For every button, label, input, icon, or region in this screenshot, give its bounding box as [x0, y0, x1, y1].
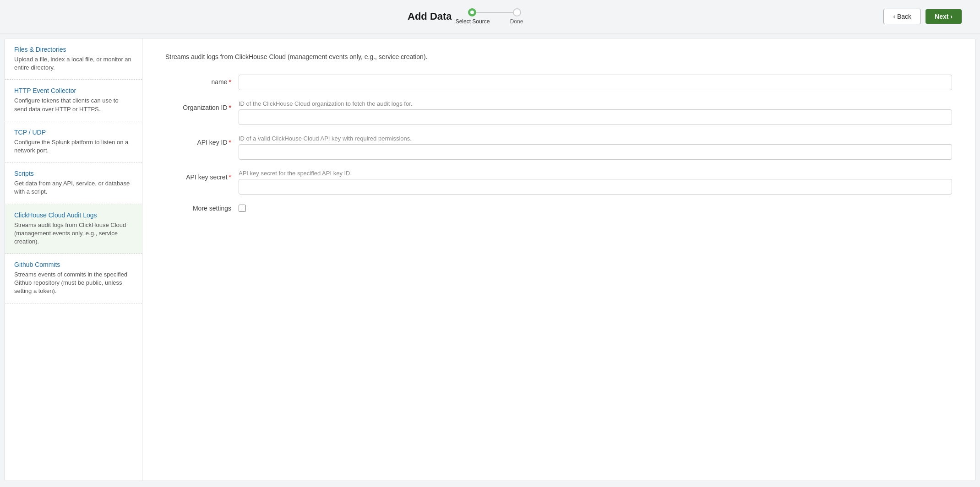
field-api-key-id: ID of a valid ClickHouse Cloud API key w…	[239, 135, 952, 160]
main-content: Files & Directories Upload a file, index…	[5, 38, 975, 481]
next-button[interactable]: Next ›	[926, 9, 962, 24]
input-name[interactable]	[239, 75, 952, 90]
source-desc-http-event-collector: Configure tokens that clients can use to…	[14, 97, 133, 113]
field-organization-id: ID of the ClickHouse Cloud organization …	[239, 100, 952, 125]
source-title-clickhouse-cloud-audit-logs: ClickHouse Cloud Audit Logs	[14, 211, 133, 219]
form-row-api-key-id: API key ID* ID of a valid ClickHouse Clo…	[165, 135, 952, 160]
step-label-done: Done	[495, 18, 539, 25]
source-item-files-directories[interactable]: Files & Directories Upload a file, index…	[5, 38, 142, 80]
step-circle-done	[513, 8, 521, 16]
input-organization-id[interactable]	[239, 109, 952, 125]
wizard-steps	[468, 8, 521, 16]
field-name	[239, 75, 952, 90]
step-circle-select-source	[468, 8, 476, 16]
source-title-files-directories: Files & Directories	[14, 46, 133, 53]
source-desc-github-commits: Streams events of commits in the specifi…	[14, 271, 133, 296]
label-more-settings: More settings	[165, 205, 239, 212]
source-item-http-event-collector[interactable]: HTTP Event Collector Configure tokens th…	[5, 80, 142, 121]
back-button[interactable]: ‹ Back	[883, 9, 921, 24]
source-list: Files & Directories Upload a file, index…	[5, 38, 142, 481]
hint-organization-id: ID of the ClickHouse Cloud organization …	[239, 100, 952, 107]
page-title: Add Data	[408, 11, 452, 22]
source-item-scripts[interactable]: Scripts Get data from any API, service, …	[5, 162, 142, 204]
label-organization-id: Organization ID*	[165, 100, 239, 111]
label-name: name*	[165, 75, 239, 86]
hint-api-key-secret: API key secret for the specified API key…	[239, 170, 952, 177]
source-title-scripts: Scripts	[14, 170, 133, 177]
right-panel: Streams audit logs from ClickHouse Cloud…	[142, 38, 975, 481]
page-header: Add Data Select Source Done ‹ Back Next …	[0, 0, 980, 33]
source-desc-tcp-udp: Configure the Splunk platform to listen …	[14, 138, 133, 155]
source-desc-scripts: Get data from any API, service, or datab…	[14, 179, 133, 196]
hint-api-key-id: ID of a valid ClickHouse Cloud API key w…	[239, 135, 952, 142]
source-item-github-commits[interactable]: Github Commits Streams events of commits…	[5, 254, 142, 303]
source-desc-clickhouse-cloud-audit-logs: Streams audit logs from ClickHouse Cloud…	[14, 221, 133, 246]
step-label-select-source: Select Source	[451, 18, 495, 25]
form-row-api-key-secret: API key secret* API key secret for the s…	[165, 170, 952, 195]
wizard-labels: Select Source Done	[451, 18, 539, 25]
form-row-organization-id: Organization ID* ID of the ClickHouse Cl…	[165, 100, 952, 125]
label-api-key-secret: API key secret*	[165, 170, 239, 181]
source-desc-files-directories: Upload a file, index a local file, or mo…	[14, 55, 133, 72]
checkbox-more-settings[interactable]	[239, 205, 246, 212]
input-api-key-secret[interactable]	[239, 179, 952, 195]
field-api-key-secret: API key secret for the specified API key…	[239, 170, 952, 195]
label-api-key-id: API key ID*	[165, 135, 239, 146]
source-title-github-commits: Github Commits	[14, 261, 133, 268]
step-line	[476, 12, 513, 13]
form-row-more-settings: More settings	[165, 205, 952, 212]
source-item-tcp-udp[interactable]: TCP / UDP Configure the Splunk platform …	[5, 121, 142, 162]
source-description: Streams audit logs from ClickHouse Cloud…	[165, 52, 952, 62]
source-title-http-event-collector: HTTP Event Collector	[14, 87, 133, 94]
nav-buttons: ‹ Back Next ›	[883, 9, 962, 24]
source-title-tcp-udp: TCP / UDP	[14, 129, 133, 136]
form-row-name: name*	[165, 75, 952, 90]
source-item-clickhouse-cloud-audit-logs[interactable]: ClickHouse Cloud Audit Logs Streams audi…	[5, 204, 142, 254]
input-api-key-id[interactable]	[239, 144, 952, 160]
